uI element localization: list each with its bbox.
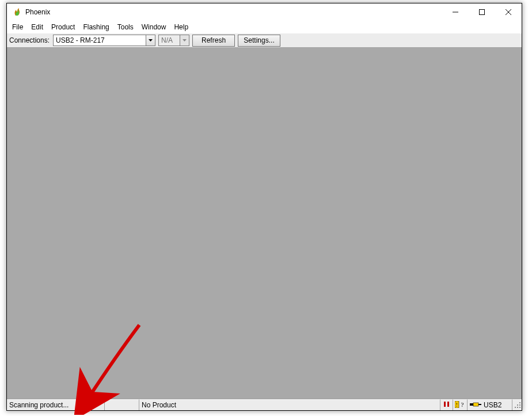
status-product-pane: No Product (139, 399, 440, 410)
svg-text:?: ? (461, 401, 464, 408)
settings-button[interactable]: Settings... (238, 35, 280, 47)
svg-text:!: ! (456, 402, 458, 408)
svg-rect-0 (480, 10, 485, 15)
connections-dropdown[interactable]: USB2 - RM-217 (53, 35, 155, 46)
svg-rect-8 (478, 404, 481, 405)
connections-label: Connections: (9, 36, 50, 44)
title-bar[interactable]: Phoenix (7, 3, 522, 21)
menu-bar: File Edit Product Flashing Tools Window … (7, 21, 522, 33)
menu-product[interactable]: Product (47, 22, 79, 32)
chevron-down-icon (180, 35, 189, 46)
status-connection-text: USB2 (484, 401, 501, 409)
window-title: Phoenix (25, 8, 442, 16)
chevron-down-icon (146, 35, 155, 46)
svg-rect-7 (473, 403, 478, 406)
menu-file[interactable]: File (8, 22, 27, 32)
size-grip[interactable] (512, 399, 522, 410)
refresh-button[interactable]: Refresh (192, 35, 235, 47)
status-pause-pane[interactable] (440, 399, 453, 410)
toolbar: Connections: USB2 - RM-217 N/A Refresh S… (7, 33, 522, 48)
application-window: Phoenix File Edit Product Flashing Tools… (7, 3, 522, 410)
close-button[interactable] (495, 3, 522, 21)
mdi-client-area (7, 48, 522, 399)
menu-help[interactable]: Help (170, 22, 192, 32)
status-scan-text: Scanning product... (9, 401, 69, 409)
secondary-dropdown: N/A (158, 35, 189, 46)
pause-icon (443, 401, 450, 409)
resize-grip-icon (514, 401, 522, 409)
minimize-button[interactable] (442, 3, 469, 21)
svg-rect-1 (444, 402, 446, 407)
status-scan-pane: Scanning product... (7, 399, 105, 410)
warning-help-icon: ! ? (455, 401, 465, 410)
status-bar: Scanning product... No Product ! ? (7, 399, 522, 410)
status-empty-pane (105, 399, 139, 410)
usb-icon (470, 401, 481, 409)
menu-window[interactable]: Window (138, 22, 170, 32)
status-help-pane[interactable]: ! ? (453, 399, 468, 410)
menu-tools[interactable]: Tools (113, 22, 138, 32)
svg-rect-2 (447, 402, 449, 407)
status-connection-pane: USB2 (468, 399, 512, 410)
app-icon (13, 7, 22, 17)
connections-value: USB2 - RM-217 (56, 36, 146, 44)
menu-edit[interactable]: Edit (27, 22, 47, 32)
maximize-button[interactable] (469, 3, 495, 21)
svg-rect-6 (470, 403, 473, 406)
menu-flashing[interactable]: Flashing (79, 22, 113, 32)
status-product-text: No Product (142, 401, 176, 409)
secondary-value: N/A (161, 36, 180, 44)
